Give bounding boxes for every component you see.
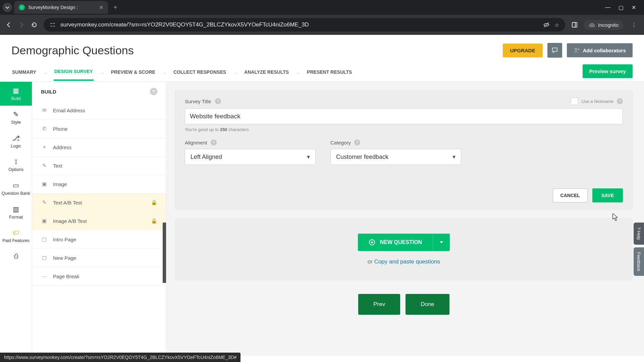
new-tab-button[interactable]: + — [110, 4, 121, 11]
tag-icon: 🏷 — [13, 229, 19, 237]
build-item-label: Address — [53, 144, 71, 150]
tab-search-button[interactable] — [3, 3, 12, 12]
comments-button[interactable] — [547, 43, 562, 58]
item-icon: ✎ — [41, 163, 48, 169]
done-button[interactable]: Done — [406, 294, 449, 315]
tab-preview-score[interactable]: PREVIEW & SCORE — [110, 66, 156, 80]
add-collaborators-button[interactable]: Add collaborators — [567, 43, 633, 57]
new-question-button[interactable]: NEW QUESTION — [358, 234, 433, 251]
help-icon[interactable]: ? — [150, 88, 157, 95]
build-item-label: Email Address — [53, 108, 85, 113]
build-item[interactable]: ▢New Page — [32, 249, 166, 267]
category-select[interactable]: Customer feedback ▾ — [330, 149, 461, 165]
tab-present-results[interactable]: PRESENT RESULTS — [306, 66, 353, 80]
address-bar[interactable]: surveymonkey.com/create/?sm=rsYO2R2V0EQO… — [44, 18, 565, 32]
svg-rect-2 — [50, 26, 52, 26]
rail-options[interactable]: ⟟Options — [0, 153, 32, 177]
save-button[interactable]: SAVE — [592, 188, 623, 202]
lock-icon: 🔒 — [151, 218, 157, 224]
copy-paste-link[interactable]: Copy and paste questions — [374, 258, 440, 265]
add-user-icon — [574, 47, 580, 53]
cancel-button[interactable]: CANCEL — [553, 188, 588, 202]
eye-off-icon[interactable] — [543, 21, 550, 28]
survey-title-input[interactable] — [185, 108, 623, 124]
svg-point-7 — [589, 25, 592, 27]
bookmark-star-icon[interactable]: ☆ — [554, 22, 559, 28]
forward-button[interactable] — [18, 21, 25, 28]
side-rail: ▦Build ✎Style ⎇Logic ⟟Options ▭Question … — [0, 82, 32, 356]
favicon-icon: ✓ — [19, 4, 25, 10]
item-icon: ✉ — [41, 107, 48, 113]
new-question-dropdown[interactable] — [433, 234, 450, 251]
rail-paid-features[interactable]: 🏷Paid Features — [0, 224, 32, 248]
help-side-tab[interactable]: ? Help — [634, 223, 644, 245]
scrollbar-thumb[interactable] — [163, 223, 166, 283]
caret-down-icon: ▾ — [452, 153, 455, 161]
back-button[interactable] — [5, 21, 12, 28]
alignment-select[interactable]: Left Aligned ▾ — [185, 149, 316, 165]
help-icon[interactable]: ? — [617, 98, 623, 104]
build-item[interactable]: ✆Phone — [32, 120, 166, 138]
site-settings-icon[interactable] — [50, 22, 56, 28]
nickname-checkbox[interactable] — [571, 98, 578, 105]
panel-icon[interactable] — [571, 21, 578, 28]
build-item-label: New Page — [53, 255, 76, 261]
layout-icon: ▥ — [13, 205, 19, 213]
help-icon[interactable]: ? — [354, 139, 360, 145]
chevron-right-icon: → — [296, 70, 300, 76]
build-item[interactable]: ▣Image — [32, 175, 166, 193]
browser-tab[interactable]: ✓ SurveyMonkey Design : ✕ — [14, 1, 108, 14]
build-item[interactable]: ⋯Page Break — [32, 267, 166, 286]
svg-line-4 — [544, 22, 549, 27]
caret-down-icon: ▾ — [307, 153, 310, 161]
close-window-icon[interactable]: ✕ — [632, 4, 636, 11]
lock-icon: 🔒 — [151, 199, 157, 205]
tab-close-icon[interactable]: ✕ — [99, 4, 103, 11]
build-item-label: Phone — [53, 126, 67, 132]
tab-analyze-results[interactable]: ANALYZE RESULTS — [244, 66, 289, 80]
preview-survey-button[interactable]: Preview survey — [583, 64, 633, 78]
build-item[interactable]: ✎Text A/B Test🔒 — [32, 193, 166, 212]
rail-logic[interactable]: ⎇Logic — [0, 129, 32, 153]
tab-design-survey[interactable]: DESIGN SURVEY — [54, 65, 94, 81]
build-item[interactable]: ▢Intro Page — [32, 230, 166, 249]
rail-question-bank[interactable]: ▭Question Bank — [0, 177, 32, 200]
upgrade-button[interactable]: UPGRADE — [503, 44, 543, 57]
incognito-badge[interactable]: Incognito — [584, 20, 623, 30]
page-title: Demographic Questions — [11, 44, 134, 57]
prev-button[interactable]: Prev — [358, 294, 400, 315]
rail-print[interactable]: ⎙ — [0, 248, 32, 265]
svg-rect-5 — [572, 22, 577, 27]
tab-collect-responses[interactable]: COLLECT RESPONSES — [173, 66, 227, 80]
maximize-icon[interactable]: ▢ — [619, 4, 624, 11]
item-icon: ▢ — [41, 255, 48, 261]
help-icon[interactable]: ? — [211, 139, 217, 145]
svg-rect-0 — [50, 23, 52, 24]
help-icon[interactable]: ? — [215, 98, 221, 104]
print-icon: ⎙ — [14, 252, 18, 260]
alignment-value: Left Aligned — [191, 154, 222, 161]
browser-menu-icon[interactable]: ⋮ — [629, 22, 639, 28]
build-item[interactable]: ⌖Address — [32, 138, 166, 157]
sliders-icon: ⟟ — [15, 158, 17, 166]
minimize-icon[interactable]: ― — [605, 4, 610, 11]
build-item[interactable]: ✉Email Address — [32, 101, 166, 120]
tab-summary[interactable]: SUMMARY — [11, 66, 37, 80]
branch-icon: ⎇ — [12, 134, 20, 142]
chevron-right-icon: → — [233, 70, 237, 76]
reload-button[interactable] — [31, 21, 38, 28]
url-text: surveymonkey.com/create/?sm=rsYO2R2V0EQO… — [60, 21, 538, 28]
bank-icon: ▭ — [13, 181, 19, 189]
item-icon: ▢ — [41, 236, 48, 242]
build-item[interactable]: ▣Image A/B Test🔒 — [32, 212, 166, 230]
item-icon: ⋯ — [41, 273, 48, 279]
incognito-icon — [589, 22, 595, 27]
build-item[interactable]: ✎Text — [32, 157, 166, 175]
item-icon: ▣ — [41, 218, 48, 224]
rail-style[interactable]: ✎Style — [0, 106, 32, 129]
new-question-label: NEW QUESTION — [380, 239, 422, 245]
rail-format[interactable]: ▥Format — [0, 200, 32, 224]
feedback-side-tab[interactable]: Feedback — [634, 247, 644, 276]
caret-down-icon — [439, 240, 444, 245]
rail-build[interactable]: ▦Build — [0, 82, 32, 106]
